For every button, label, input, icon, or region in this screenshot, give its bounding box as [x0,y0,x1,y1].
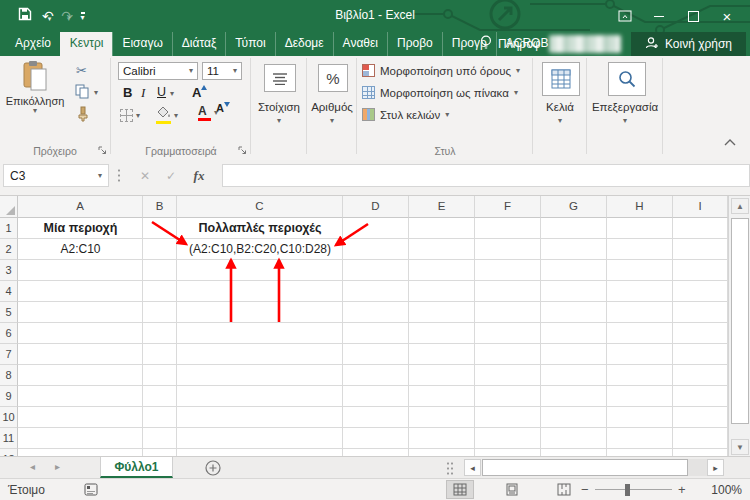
cell-A2[interactable]: A2:C10 [18,239,143,260]
row-header-11[interactable]: 11 [0,428,18,449]
cell-styles-icon [362,108,375,121]
name-box-splitter[interactable] [117,168,121,184]
row-header-3[interactable]: 3 [0,260,18,281]
confirm-entry-icon[interactable]: ✓ [160,165,182,186]
collapse-ribbon-icon[interactable] [724,136,736,148]
editing-group[interactable]: Επεξεργασία ▾ [588,56,662,160]
scroll-right-icon[interactable]: ▸ [707,459,724,476]
styles-item-2[interactable]: Μορφοποίηση ως πίνακα▾ [362,86,518,99]
underline-button[interactable]: U [157,85,166,99]
ribbon-tab-δεδομε[interactable]: Δεδομε [275,32,333,56]
zoom-slider-track[interactable] [595,489,672,490]
zoom-out-icon[interactable]: − [581,482,589,497]
underline-caret[interactable]: ▾ [170,90,174,98]
row-header-8[interactable]: 8 [0,365,18,386]
styles-item-1[interactable]: Μορφοποίηση υπό όρους▾ [362,64,520,77]
cell-C1[interactable]: Πολλαπλές περιοχές [177,218,343,239]
save-icon[interactable] [18,7,32,25]
column-header-H[interactable]: H [607,196,673,218]
ribbon-tab-διάταξ[interactable]: Διάταξ [172,32,226,56]
sheet-tab-active[interactable]: Φύλλο1 [100,457,173,478]
insert-function-icon[interactable]: fx [188,165,210,186]
tab-scrollbar-splitter[interactable] [446,461,454,475]
row-header-9[interactable]: 9 [0,386,18,407]
row-header-10[interactable]: 10 [0,407,18,428]
column-header-B[interactable]: B [143,196,177,218]
horizontal-scroll-track[interactable] [688,459,707,476]
number-group[interactable]: % Αριθμός ▾ [308,56,356,160]
tell-me-box[interactable]: Πληροφ [480,35,541,53]
customize-qat-icon[interactable]: ▾ [81,12,85,21]
row-header-12[interactable]: 12 [0,449,18,456]
normal-view-icon[interactable] [446,480,474,499]
column-header-G[interactable]: G [541,196,607,218]
row-header-2[interactable]: 2 [0,239,18,260]
column-header-F[interactable]: F [475,196,541,218]
styles-item-3[interactable]: Στυλ κελιών▾ [362,108,449,121]
name-box[interactable]: C3 ▾ [3,164,109,187]
font-name-combo[interactable]: Calibri▾ [118,62,198,80]
vertical-scrollbar[interactable]: ▲ ▼ [728,196,750,456]
alignment-group[interactable]: Στοίχιση ▾ [252,56,306,160]
next-sheet-icon[interactable]: ▸ [55,461,60,472]
cell-A1[interactable]: Μία περιοχή [18,218,143,239]
bold-button[interactable]: B [123,85,132,100]
cell-C2[interactable]: (A2:C10,B2:C20,C10:D28) [177,239,343,260]
column-header-C[interactable]: C [177,196,343,218]
row-header-7[interactable]: 7 [0,344,18,365]
scroll-up-icon[interactable]: ▲ [731,198,749,214]
formula-bar-row: C3 ▾ ✕ ✓ fx [0,160,750,196]
maximize-icon[interactable] [676,0,710,32]
cut-scissors-icon[interactable]: ✂ [76,64,87,77]
column-header-D[interactable]: D [343,196,409,218]
row-header-1[interactable]: 1 [0,218,18,239]
zoom-in-icon[interactable]: + [678,482,686,497]
zoom-slider-handle[interactable] [625,484,630,496]
add-sheet-icon[interactable] [205,460,221,479]
share-button[interactable]: Κοινή χρήση [631,32,746,56]
copy-icon[interactable] [75,84,89,101]
select-all-corner[interactable] [0,196,18,218]
zoom-level[interactable]: 100% [700,483,742,497]
cancel-entry-icon[interactable]: ✕ [134,165,156,186]
font-color-button[interactable]: A ▾ [198,106,218,121]
ribbon-tab-αρχείο[interactable]: Αρχείο [6,32,60,56]
close-icon[interactable]: × [710,0,744,32]
prev-sheet-icon[interactable]: ◂ [30,461,35,472]
horizontal-scroll-thumb[interactable] [482,459,688,476]
macro-record-icon[interactable] [84,483,98,499]
minimize-icon[interactable] [642,0,676,32]
ribbon-display-options-icon[interactable] [608,0,642,32]
vertical-scroll-thumb[interactable] [731,218,749,424]
cells-group[interactable]: Κελιά ▾ [534,56,586,160]
font-size-combo[interactable]: 11▾ [202,62,242,80]
borders-button[interactable]: ▾ [120,109,140,122]
align-lines-icon [264,64,296,92]
ribbon-tab-κεντρι[interactable]: Κεντρι [60,32,113,56]
ribbon-tab-αναθει[interactable]: Αναθει [333,32,387,56]
scroll-down-icon[interactable]: ▼ [731,439,749,455]
ribbon-tab-προβο[interactable]: Προβο [387,32,442,56]
scroll-left-icon[interactable]: ◂ [464,459,481,476]
column-header-E[interactable]: E [409,196,475,218]
user-account-redacted[interactable] [549,35,621,53]
page-break-view-icon[interactable] [550,480,578,499]
cells-area[interactable]: Μία περιοχήA2:C10Πολλαπλές περιοχές(A2:C… [18,218,728,456]
column-header-A[interactable]: A [18,196,143,218]
ribbon-tab-εισαγω[interactable]: Εισαγω [112,32,171,56]
undo-icon[interactable]: ↶▾ [42,7,51,25]
paste-button[interactable]: Επικόλληση ▾ [2,60,68,132]
column-header-I[interactable]: I [673,196,728,218]
page-layout-view-icon[interactable] [498,480,526,499]
row-header-6[interactable]: 6 [0,323,18,344]
clipboard-dialog-launcher-icon[interactable] [98,145,108,155]
copy-caret[interactable]: ▾ [94,89,98,97]
format-painter-icon[interactable] [76,106,90,124]
font-dialog-launcher-icon[interactable] [238,145,248,155]
italic-button[interactable]: I [141,85,145,101]
formula-input[interactable] [222,164,750,187]
row-header-5[interactable]: 5 [0,302,18,323]
ribbon-tab-τύποι[interactable]: Τύποι [225,32,274,56]
row-header-4[interactable]: 4 [0,281,18,302]
fill-color-button[interactable]: ▾ [156,106,178,124]
